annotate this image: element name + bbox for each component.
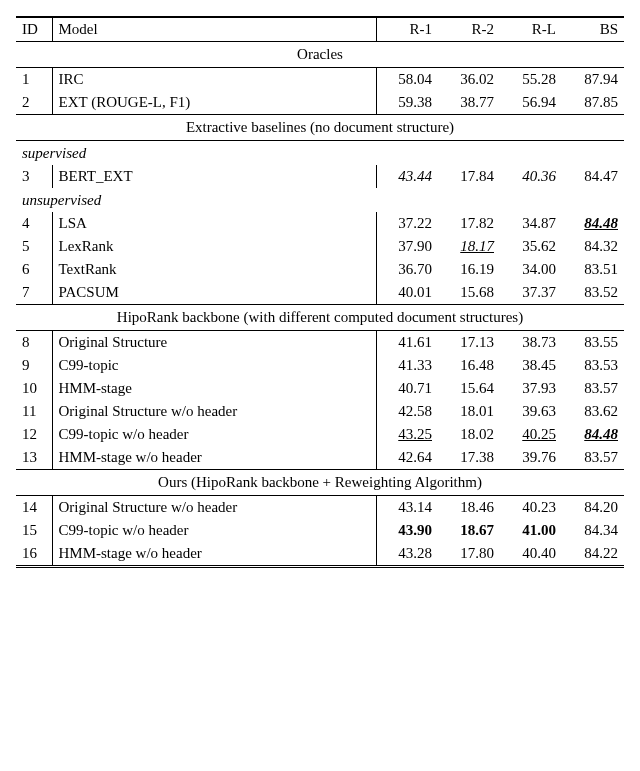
section-extractive: Extractive baselines (no document struct… [16, 115, 624, 141]
cell-r2: 17.84 [438, 165, 500, 188]
cell-rl: 37.37 [500, 281, 562, 305]
cell-r2: 16.48 [438, 354, 500, 377]
cell-bs: 84.48 [562, 212, 624, 235]
cell-rl: 41.00 [500, 519, 562, 542]
header-id: ID [16, 17, 52, 42]
cell-rl: 37.93 [500, 377, 562, 400]
cell-id: 12 [16, 423, 52, 446]
cell-model: TextRank [52, 258, 376, 281]
table-row: 9 C99-topic 41.33 16.48 38.45 83.53 [16, 354, 624, 377]
cell-rl: 40.40 [500, 542, 562, 567]
cell-model: HMM-stage w/o header [52, 446, 376, 470]
cell-bs: 83.51 [562, 258, 624, 281]
cell-r2: 18.46 [438, 496, 500, 520]
table-row: 16 HMM-stage w/o header 43.28 17.80 40.4… [16, 542, 624, 567]
results-table: ID Model R-1 R-2 R-L BS Oracles 1 IRC 58… [16, 16, 624, 568]
header-rl: R-L [500, 17, 562, 42]
cell-r2: 15.64 [438, 377, 500, 400]
cell-model: HMM-stage w/o header [52, 542, 376, 567]
cell-r1: 37.22 [376, 212, 438, 235]
cell-bs: 83.55 [562, 331, 624, 355]
cell-r1: 42.58 [376, 400, 438, 423]
cell-r1: 42.64 [376, 446, 438, 470]
cell-bs: 84.48 [562, 423, 624, 446]
table-row: 2 EXT (ROUGE-L, F1) 59.38 38.77 56.94 87… [16, 91, 624, 115]
section-oracles-label: Oracles [16, 42, 624, 68]
table-row: 3 BERT_EXT 43.44 17.84 40.36 84.47 [16, 165, 624, 188]
cell-rl: 40.25 [500, 423, 562, 446]
cell-r2: 17.82 [438, 212, 500, 235]
cell-bs: 87.85 [562, 91, 624, 115]
subgroup-unsupervised: unsupervised [16, 188, 624, 212]
cell-r1: 43.25 [376, 423, 438, 446]
cell-bs: 87.94 [562, 68, 624, 92]
cell-bs: 84.22 [562, 542, 624, 567]
table-row: 13 HMM-stage w/o header 42.64 17.38 39.7… [16, 446, 624, 470]
cell-r1: 43.90 [376, 519, 438, 542]
table-row: 11 Original Structure w/o header 42.58 1… [16, 400, 624, 423]
cell-r1: 43.14 [376, 496, 438, 520]
table-row: 7 PACSUM 40.01 15.68 37.37 83.52 [16, 281, 624, 305]
cell-model: Original Structure w/o header [52, 496, 376, 520]
cell-rl: 40.23 [500, 496, 562, 520]
cell-id: 13 [16, 446, 52, 470]
subgroup-supervised: supervised [16, 141, 624, 166]
cell-bs: 84.20 [562, 496, 624, 520]
cell-r2: 16.19 [438, 258, 500, 281]
cell-model: LSA [52, 212, 376, 235]
cell-rl: 39.76 [500, 446, 562, 470]
cell-id: 10 [16, 377, 52, 400]
cell-r1: 36.70 [376, 258, 438, 281]
cell-bs: 84.32 [562, 235, 624, 258]
cell-r1: 41.61 [376, 331, 438, 355]
cell-id: 16 [16, 542, 52, 567]
cell-rl: 38.73 [500, 331, 562, 355]
cell-rl: 40.36 [500, 165, 562, 188]
cell-r1: 58.04 [376, 68, 438, 92]
cell-r2: 38.77 [438, 91, 500, 115]
header-r2: R-2 [438, 17, 500, 42]
cell-rl: 35.62 [500, 235, 562, 258]
table-row: 8 Original Structure 41.61 17.13 38.73 8… [16, 331, 624, 355]
cell-id: 3 [16, 165, 52, 188]
table-row: 14 Original Structure w/o header 43.14 1… [16, 496, 624, 520]
cell-model: C99-topic [52, 354, 376, 377]
cell-rl: 55.28 [500, 68, 562, 92]
section-hiporank: HipoRank backbone (with different comput… [16, 305, 624, 331]
cell-r1: 43.44 [376, 165, 438, 188]
cell-r2: 18.17 [438, 235, 500, 258]
section-oracles: Oracles [16, 42, 624, 68]
cell-id: 1 [16, 68, 52, 92]
cell-r2: 36.02 [438, 68, 500, 92]
cell-id: 6 [16, 258, 52, 281]
table-row: 10 HMM-stage 40.71 15.64 37.93 83.57 [16, 377, 624, 400]
table-row: 4 LSA 37.22 17.82 34.87 84.48 [16, 212, 624, 235]
cell-id: 4 [16, 212, 52, 235]
cell-rl: 34.00 [500, 258, 562, 281]
cell-bs: 83.57 [562, 377, 624, 400]
cell-bs: 84.47 [562, 165, 624, 188]
cell-id: 11 [16, 400, 52, 423]
section-hiporank-label: HipoRank backbone (with different comput… [16, 305, 624, 331]
cell-model: HMM-stage [52, 377, 376, 400]
header-model: Model [52, 17, 376, 42]
cell-bs: 83.52 [562, 281, 624, 305]
header-r1: R-1 [376, 17, 438, 42]
cell-r1: 37.90 [376, 235, 438, 258]
cell-r2: 18.67 [438, 519, 500, 542]
cell-r2: 18.01 [438, 400, 500, 423]
cell-bs: 83.53 [562, 354, 624, 377]
cell-r1: 59.38 [376, 91, 438, 115]
cell-r1: 43.28 [376, 542, 438, 567]
cell-r1: 41.33 [376, 354, 438, 377]
cell-model: IRC [52, 68, 376, 92]
cell-model: C99-topic w/o header [52, 423, 376, 446]
section-extractive-label: Extractive baselines (no document struct… [16, 115, 624, 141]
cell-model: LexRank [52, 235, 376, 258]
section-ours-label: Ours (HipoRank backbone + Reweighting Al… [16, 470, 624, 496]
subgroup-supervised-label: supervised [16, 141, 624, 166]
cell-model: Original Structure [52, 331, 376, 355]
cell-r2: 18.02 [438, 423, 500, 446]
cell-id: 14 [16, 496, 52, 520]
cell-id: 9 [16, 354, 52, 377]
